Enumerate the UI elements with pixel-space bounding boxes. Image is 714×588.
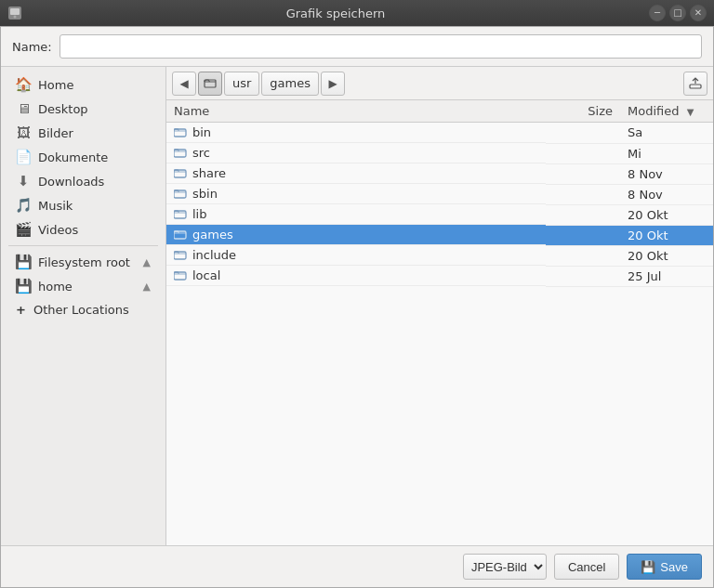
format-select[interactable]: JPEG-BildPNG-BildBMP-BildTIFF-Bild <box>463 554 547 580</box>
sidebar-item-home[interactable]: 🏠Home <box>5 72 162 97</box>
file-modified: 8 Nov <box>620 163 713 184</box>
sidebar-item-label: home <box>38 280 136 294</box>
sidebar-item-filesystem-root[interactable]: 💾Filesystem root▲ <box>5 250 162 274</box>
cancel-button[interactable]: Cancel <box>554 554 619 580</box>
minimize-button[interactable]: ─ <box>649 5 666 21</box>
folder-icon <box>174 229 187 241</box>
upload-button[interactable] <box>683 72 707 96</box>
table-row[interactable]: local25 Jul <box>166 266 713 286</box>
file-modified: 20 Okt <box>620 225 713 245</box>
dokumente-icon: 📄 <box>16 150 31 164</box>
table-row[interactable]: share8 Nov <box>166 163 713 184</box>
svg-rect-10 <box>174 231 186 239</box>
file-modified: 25 Jul <box>620 266 713 286</box>
save-dialog: Name: 🏠Home🖥Desktop🖼Bilder📄Dokumente⬇Dow… <box>0 26 714 588</box>
svg-rect-9 <box>174 211 186 218</box>
folder-icon <box>174 249 187 261</box>
file-table: Name Size Modified ▼ binSasrcMis <box>166 100 713 287</box>
folder-icon <box>174 188 187 200</box>
table-row[interactable]: games20 Okt <box>166 225 713 245</box>
table-row[interactable]: srcMi <box>166 143 713 163</box>
file-size <box>546 266 620 286</box>
file-size <box>546 184 620 204</box>
titlebar-controls: ─ □ ✕ <box>649 5 707 21</box>
file-name: lib <box>192 207 206 221</box>
eject-icon[interactable]: ▲ <box>143 256 151 268</box>
sidebar-item-musik[interactable]: 🎵Musik <box>5 193 162 217</box>
file-modified: 20 Okt <box>620 204 713 225</box>
file-size <box>546 123 620 144</box>
svg-point-2 <box>14 16 17 19</box>
sidebar-item-dokumente[interactable]: 📄Dokumente <box>5 145 162 169</box>
titlebar-title: Grafik speichern <box>22 7 649 20</box>
table-row[interactable]: lib20 Okt <box>166 204 713 225</box>
file-name: include <box>192 248 236 262</box>
svg-rect-12 <box>174 272 186 280</box>
sidebar-item-label: Downloads <box>38 175 151 189</box>
folder-icon <box>174 208 187 220</box>
sidebar-item-bilder[interactable]: 🖼Bilder <box>5 121 162 145</box>
sidebar-item-label: Filesystem root <box>38 255 136 269</box>
file-size <box>546 245 620 266</box>
file-list: Name Size Modified ▼ binSasrcMis <box>166 100 713 545</box>
breadcrumb-games[interactable]: games <box>261 72 319 96</box>
back-button[interactable]: ◀ <box>172 72 196 96</box>
save-icon: 💾 <box>641 560 655 574</box>
file-name: share <box>192 166 226 180</box>
sidebar-item-home-dir[interactable]: 💾home▲ <box>5 274 162 298</box>
other-locations-label: Other Locations <box>33 303 129 317</box>
svg-rect-6 <box>174 150 186 157</box>
desktop-icon: 🖥 <box>16 101 31 116</box>
name-row: Name: <box>1 27 713 66</box>
file-size <box>546 225 620 245</box>
table-row[interactable]: sbin8 Nov <box>166 184 713 204</box>
folder-icon <box>174 147 187 159</box>
sort-indicator: ▼ <box>687 107 694 117</box>
file-name: games <box>192 228 233 242</box>
name-label: Name: <box>12 40 52 54</box>
file-modified: 20 Okt <box>620 245 713 266</box>
name-input[interactable] <box>60 34 702 59</box>
table-row[interactable]: include20 Okt <box>166 245 713 266</box>
sidebar-item-desktop[interactable]: 🖥Desktop <box>5 97 162 121</box>
home-dir-icon: 💾 <box>16 279 31 294</box>
titlebar: Grafik speichern ─ □ ✕ <box>0 0 714 26</box>
folder-icon <box>174 167 187 179</box>
breadcrumb-usr[interactable]: usr <box>224 72 259 96</box>
more-crumbs-button[interactable]: ▶ <box>321 72 345 96</box>
table-row[interactable]: binSa <box>166 123 713 144</box>
file-table-body: binSasrcMishare8 Novsbin8 Novlib20 Oktga… <box>166 123 713 287</box>
svg-rect-8 <box>174 190 186 198</box>
sidebar-item-label: Videos <box>38 223 151 237</box>
file-table-header: Name Size Modified ▼ <box>166 100 713 123</box>
file-modified: Mi <box>620 143 713 163</box>
file-name: local <box>192 268 220 282</box>
sidebar-item-label: Home <box>38 78 151 92</box>
svg-rect-3 <box>205 80 216 87</box>
file-size <box>546 163 620 184</box>
sidebar-item-downloads[interactable]: ⬇Downloads <box>5 169 162 193</box>
save-button[interactable]: 💾 Save <box>627 554 702 580</box>
sidebar-item-label: Bilder <box>38 126 151 140</box>
file-size <box>546 204 620 225</box>
close-button[interactable]: ✕ <box>690 5 707 21</box>
svg-rect-4 <box>690 85 701 88</box>
col-header-size[interactable]: Size <box>546 100 620 123</box>
other-locations[interactable]: +Other Locations <box>5 298 162 321</box>
sidebar-item-label: Musik <box>38 199 151 213</box>
svg-rect-11 <box>174 252 186 259</box>
sidebar-item-videos[interactable]: 🎬Videos <box>5 217 162 242</box>
folder-button[interactable] <box>198 72 222 96</box>
downloads-icon: ⬇ <box>16 174 31 189</box>
maximize-button[interactable]: □ <box>669 5 686 21</box>
svg-rect-7 <box>174 170 186 177</box>
main-area: 🏠Home🖥Desktop🖼Bilder📄Dokumente⬇Downloads… <box>1 66 713 545</box>
titlebar-left <box>7 6 22 20</box>
eject-icon[interactable]: ▲ <box>143 281 151 293</box>
col-header-modified[interactable]: Modified ▼ <box>620 100 713 123</box>
col-header-name[interactable]: Name <box>166 100 546 123</box>
sidebar-item-label: Desktop <box>38 102 151 116</box>
sidebar: 🏠Home🖥Desktop🖼Bilder📄Dokumente⬇Downloads… <box>1 67 166 545</box>
file-name: bin <box>192 125 211 139</box>
home-icon: 🏠 <box>16 77 31 92</box>
